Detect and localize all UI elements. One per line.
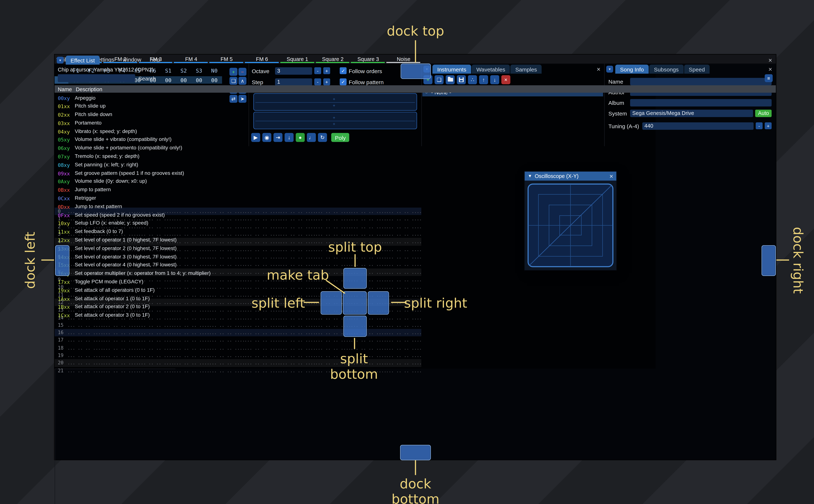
- asset-tab-bar: ▾InstrumentsWavetablesSamples×: [422, 64, 604, 74]
- octave-input[interactable]: [275, 67, 312, 74]
- oscilloscope-display: [527, 183, 614, 267]
- follow-orders-label: Follow orders: [349, 68, 382, 74]
- dock-target-bottom[interactable]: [400, 445, 431, 460]
- label-dock-right: dock right: [790, 223, 806, 298]
- label-dock-bottom: dock bottom: [378, 476, 453, 504]
- song-tab-speed[interactable]: Speed: [684, 65, 710, 74]
- make-tab-target[interactable]: [343, 291, 366, 315]
- label-dock-top: dock top: [378, 23, 453, 39]
- orders-col-s3: S3: [191, 68, 207, 74]
- asset-tab-instruments[interactable]: Instruments: [433, 65, 471, 74]
- label-dock-left: dock left: [22, 223, 38, 298]
- xy-grid: [527, 183, 614, 267]
- effect-list-panel: ▾Effect List× Chip at cursor: Yamaha YM2…: [55, 369, 175, 504]
- oscilloscope-close-button[interactable]: ×: [609, 173, 613, 179]
- octave-increase-button[interactable]: +: [323, 67, 330, 74]
- split-target-left[interactable]: [320, 291, 342, 315]
- orders-col-s1: S1: [160, 68, 176, 74]
- song-tab-list-button[interactable]: ▾: [606, 66, 613, 73]
- orders-col-n0: N0: [207, 68, 222, 74]
- split-target-top[interactable]: [343, 268, 367, 289]
- dock-target-left[interactable]: [55, 245, 69, 276]
- split-target-bottom[interactable]: [343, 316, 367, 337]
- collapse-icon[interactable]: ▼: [528, 174, 532, 179]
- octave-decrease-button[interactable]: -: [314, 67, 321, 74]
- follow-orders-checkbox[interactable]: ✓: [340, 67, 346, 74]
- check-icon: ✓: [341, 68, 345, 73]
- song-info-tab-bar: ▾Song InfoSubsongsSpeed×: [604, 64, 776, 74]
- oscilloscope-xy-window: ▼ Oscilloscope (X-Y) ×: [525, 172, 616, 270]
- oscilloscope-title: Oscilloscope (X-Y): [535, 173, 607, 179]
- furnace-window: fileeditsettingswindowhelp F1F2F3F4F5F6S…: [55, 55, 776, 460]
- asset-tab-samples[interactable]: Samples: [511, 65, 542, 74]
- desktop-background: fileeditsettingswindowhelp F1F2F3F4F5F6S…: [0, 0, 814, 504]
- song-tab-song-info[interactable]: Song Info: [615, 65, 649, 74]
- dock-target-right[interactable]: [761, 245, 776, 276]
- octave-row: Octave - + ✓ Follow orders: [252, 67, 382, 75]
- asset-tab-wavetables[interactable]: Wavetables: [472, 65, 510, 74]
- dock-target-top[interactable]: [401, 64, 431, 79]
- effect-table-body: 00xyArpeggio01xxPitch slide up02xxPitch …: [55, 369, 175, 369]
- octave-label: Octave: [252, 68, 273, 74]
- song-tab-subsongs[interactable]: Subsongs: [649, 65, 684, 74]
- song-close-button[interactable]: ×: [768, 66, 772, 73]
- orders-col-s2: S2: [176, 68, 191, 74]
- split-target-right[interactable]: [368, 291, 389, 315]
- oscilloscope-title-bar[interactable]: ▼ Oscilloscope (X-Y) ×: [525, 172, 616, 181]
- asset-close-button[interactable]: ×: [597, 66, 600, 73]
